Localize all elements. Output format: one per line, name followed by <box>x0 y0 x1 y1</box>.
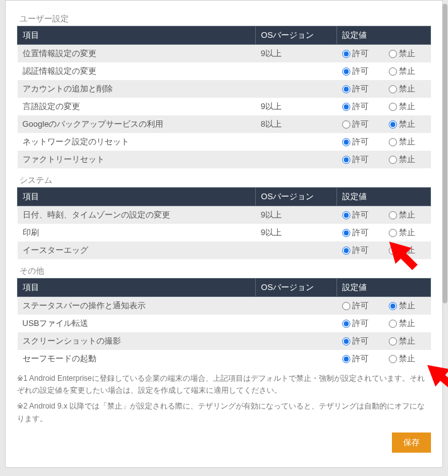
os-version <box>256 80 337 98</box>
allow-label: 許可 <box>352 336 369 345</box>
footnote-1: ※1 Android Enterpriseに登録している企業の端末の場合、上記項… <box>17 373 431 397</box>
item-label: 認証情報設定の変更 <box>18 62 256 80</box>
table-row: Googleのバックアップサービスの利用8以上許可禁止 <box>18 115 431 133</box>
radio-cell-deny: 禁止 <box>384 80 430 98</box>
item-label: スクリーンショットの撮影 <box>18 332 256 350</box>
allow-radio[interactable] <box>342 211 350 219</box>
deny-label: 禁止 <box>399 49 415 58</box>
radio-cell-deny: 禁止 <box>384 45 430 63</box>
radio-cell-allow: 許可 <box>337 151 384 168</box>
radio-cell-deny: 禁止 <box>384 133 430 151</box>
deny-radio[interactable] <box>389 120 397 129</box>
deny-radio[interactable] <box>389 67 397 76</box>
deny-label: 禁止 <box>399 84 415 93</box>
radio-cell-allow: 許可 <box>337 224 384 241</box>
os-version <box>256 62 337 80</box>
item-label: ステータスバーの操作と通知表示 <box>18 297 256 315</box>
radio-cell-deny: 禁止 <box>384 315 430 332</box>
allow-label: 許可 <box>352 119 369 129</box>
os-version <box>256 241 337 259</box>
deny-radio[interactable] <box>389 103 397 111</box>
deny-radio[interactable] <box>389 211 397 219</box>
section-title: その他 <box>17 263 431 277</box>
allow-label: 許可 <box>352 301 369 310</box>
deny-radio[interactable] <box>389 320 397 328</box>
allow-label: 許可 <box>352 49 369 58</box>
allow-radio[interactable] <box>342 320 350 328</box>
deny-label: 禁止 <box>399 318 415 328</box>
deny-label: 禁止 <box>399 102 415 111</box>
os-version: 9以上 <box>256 45 337 63</box>
item-label: USBファイル転送 <box>18 315 256 332</box>
allow-label: 許可 <box>352 245 369 255</box>
radio-cell-deny: 禁止 <box>384 98 430 115</box>
save-button[interactable]: 保存 <box>392 432 431 453</box>
scrollbar-thumb[interactable] <box>442 4 447 303</box>
allow-label: 許可 <box>352 210 369 219</box>
deny-radio[interactable] <box>389 156 397 164</box>
table-row: 位置情報設定の変更9以上許可禁止 <box>18 45 431 63</box>
allow-label: 許可 <box>352 137 369 146</box>
deny-radio[interactable] <box>389 138 397 146</box>
radio-cell-deny: 禁止 <box>384 332 430 350</box>
allow-label: 許可 <box>352 154 369 164</box>
settings-table: 項目OSバージョン設定値位置情報設定の変更9以上許可禁止認証情報設定の変更許可禁… <box>17 26 431 168</box>
item-label: アカウントの追加と削除 <box>18 80 256 98</box>
allow-radio[interactable] <box>342 302 350 310</box>
allow-radio[interactable] <box>342 138 350 146</box>
table-row: ファクトリーリセット許可禁止 <box>18 151 431 168</box>
radio-cell-allow: 許可 <box>337 315 384 332</box>
deny-radio[interactable] <box>389 85 397 93</box>
allow-label: 許可 <box>352 354 369 363</box>
column-header: 項目 <box>18 188 256 206</box>
radio-cell-allow: 許可 <box>337 45 384 63</box>
allow-radio[interactable] <box>342 85 350 93</box>
column-header: 設定値 <box>337 279 431 297</box>
allow-label: 許可 <box>352 84 369 93</box>
deny-label: 禁止 <box>399 66 415 76</box>
radio-cell-allow: 許可 <box>337 297 384 315</box>
deny-label: 禁止 <box>399 210 415 219</box>
deny-radio[interactable] <box>389 355 397 363</box>
allow-radio[interactable] <box>342 247 350 255</box>
radio-cell-allow: 許可 <box>337 350 384 368</box>
allow-radio[interactable] <box>342 120 350 129</box>
column-header: 項目 <box>18 26 256 45</box>
table-row: USBファイル転送許可禁止 <box>18 315 431 332</box>
settings-panel: ユーザー設定項目OSバージョン設定値位置情報設定の変更9以上許可禁止認証情報設定… <box>5 0 443 468</box>
os-version <box>256 350 337 368</box>
footnotes: ※1 Android Enterpriseに登録している企業の端末の場合、上記項… <box>17 373 431 425</box>
allow-radio[interactable] <box>342 103 350 111</box>
item-label: Googleのバックアップサービスの利用 <box>18 115 256 133</box>
table-row: 印刷9以上許可禁止 <box>18 224 431 241</box>
item-label: 日付、時刻、タイムゾーンの設定の変更 <box>18 206 256 224</box>
allow-radio[interactable] <box>342 50 350 58</box>
column-header: 設定値 <box>337 26 431 45</box>
allow-radio[interactable] <box>342 337 350 345</box>
table-row: 日付、時刻、タイムゾーンの設定の変更9以上許可禁止 <box>18 206 431 224</box>
allow-radio[interactable] <box>342 355 350 363</box>
column-header: OSバージョン <box>256 26 337 45</box>
item-label: ファクトリーリセット <box>18 151 256 168</box>
table-row: 言語設定の変更9以上許可禁止 <box>18 98 431 115</box>
allow-radio[interactable] <box>342 67 350 76</box>
deny-radio[interactable] <box>389 50 397 58</box>
os-version <box>256 297 337 315</box>
deny-label: 禁止 <box>399 137 415 146</box>
allow-label: 許可 <box>352 102 369 111</box>
table-row: イースターエッグ許可禁止 <box>18 241 431 259</box>
column-header: 設定値 <box>337 188 431 206</box>
os-version: 9以上 <box>256 206 337 224</box>
allow-radio[interactable] <box>342 156 350 164</box>
radio-cell-allow: 許可 <box>337 206 384 224</box>
allow-label: 許可 <box>352 228 369 237</box>
table-row: 認証情報設定の変更許可禁止 <box>18 62 431 80</box>
deny-label: 禁止 <box>399 336 415 345</box>
column-header: 項目 <box>18 279 256 297</box>
deny-radio[interactable] <box>389 302 397 310</box>
deny-radio[interactable] <box>389 337 397 345</box>
allow-radio[interactable] <box>342 229 350 237</box>
settings-table: 項目OSバージョン設定値日付、時刻、タイムゾーンの設定の変更9以上許可禁止印刷9… <box>17 187 431 259</box>
footnote-2: ※2 Android 9.x 以降では「禁止」が設定される際に、テザリングが有効… <box>17 400 431 424</box>
table-row: アカウントの追加と削除許可禁止 <box>18 80 431 98</box>
